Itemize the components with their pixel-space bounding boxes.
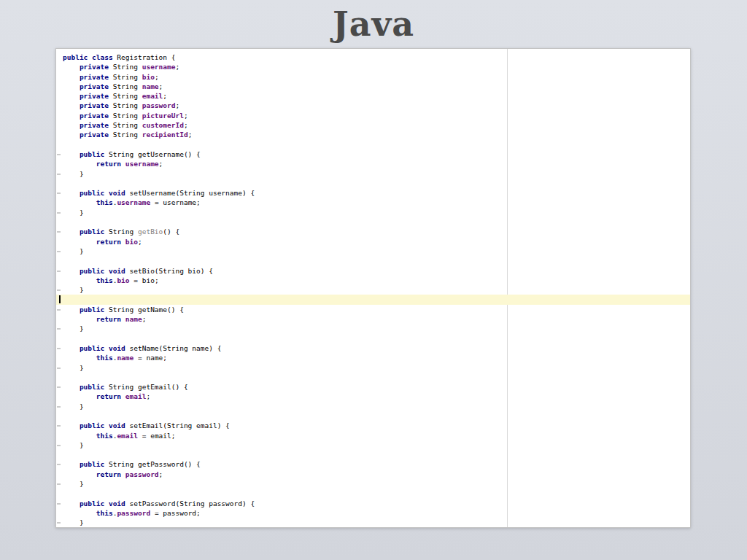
code-token: name [125,315,142,323]
code-token: bio [117,276,129,284]
code-token: public void [80,189,130,197]
code-token [63,344,80,352]
code-line[interactable]: } [56,169,690,179]
code-token: } [63,170,84,178]
code-line[interactable]: return bio; [56,237,690,246]
code-token: String getEmail() { [109,383,188,391]
code-line[interactable] [56,411,690,421]
fold-marker-icon[interactable] [57,309,61,311]
code-editor[interactable]: public class Registration { private Stri… [55,48,691,528]
code-token: private [80,101,113,109]
code-token: ; [175,101,179,109]
code-token: public [80,150,109,158]
code-line[interactable] [56,450,690,459]
fold-marker-icon[interactable] [57,348,61,349]
code-line[interactable] [56,489,690,498]
fold-marker-icon[interactable] [57,425,61,427]
code-line[interactable]: return password; [56,470,690,479]
code-token [63,354,96,362]
code-line[interactable]: this.username = username; [56,198,690,207]
fold-marker-icon[interactable] [57,406,61,408]
code-token: pictureUrl [142,112,184,120]
code-line[interactable]: private String password; [56,101,690,110]
code-line[interactable]: return name; [56,314,690,324]
code-line[interactable]: } [56,479,690,489]
code-line[interactable] [56,179,690,188]
code-line[interactable]: public String getPassword() { [56,459,690,469]
code-line[interactable]: this.password = password; [56,508,690,518]
code-line[interactable]: private String name; [56,82,690,91]
fold-marker-icon[interactable] [57,212,61,214]
code-token: bio [142,73,155,81]
code-line[interactable]: this.email = email; [56,431,690,440]
fold-marker-icon[interactable] [57,522,61,524]
code-token: public [80,460,109,468]
code-line[interactable]: public void setEmail(String email) { [56,421,690,430]
code-token: String [109,228,138,236]
code-token: setBio(String bio) { [130,267,213,275]
code-line[interactable] [56,256,690,265]
fold-marker-icon[interactable] [57,192,61,194]
fold-marker-icon[interactable] [57,483,61,485]
code-line[interactable]: } [56,324,690,333]
fold-marker-icon[interactable] [57,328,61,330]
code-token: private [80,131,113,139]
code-token: password [117,509,150,517]
code-line[interactable]: private String username; [56,62,690,71]
code-line[interactable]: private String email; [56,91,690,101]
fold-marker-icon[interactable] [57,174,61,175]
code-line[interactable] [56,140,690,149]
code-line[interactable] [56,334,690,343]
code-line[interactable]: public void setBio(String bio) { [56,266,690,276]
code-line[interactable] [56,217,690,227]
code-line[interactable]: this.name = name; [56,353,690,362]
fold-marker-icon[interactable] [57,154,61,155]
fold-marker-icon[interactable] [57,231,61,233]
fold-marker-icon[interactable] [57,251,61,252]
code-line[interactable]: } [56,440,690,450]
code-token: name [142,82,159,90]
code-token: setUsername(String username) { [130,189,255,197]
fold-marker-icon[interactable] [57,368,61,369]
code-line[interactable]: public String getBio() { [56,227,690,236]
code-token: } [63,209,84,217]
fold-marker-icon[interactable] [57,503,61,505]
code-line[interactable]: } [56,208,690,217]
code-token [63,276,96,284]
fold-marker-icon[interactable] [57,445,61,446]
fold-marker-icon[interactable] [57,289,61,291]
code-line[interactable]: } [56,246,690,256]
code-line[interactable]: private String pictureUrl; [56,111,690,120]
fold-marker-icon[interactable] [57,464,61,465]
code-line[interactable]: this.bio = bio; [56,276,690,285]
code-token: Registration { [117,53,175,61]
code-line[interactable]: public String getName() { [56,305,690,314]
code-token: public void [80,421,130,429]
code-token [63,392,96,400]
code-line[interactable]: private String customerId; [56,120,690,130]
code-area[interactable]: public class Registration { private Stri… [56,52,690,528]
code-token: password [125,470,159,478]
code-line[interactable]: public void setPassword(String password)… [56,499,690,508]
slide-title: Java [0,4,747,44]
code-line[interactable] [56,373,690,382]
code-line[interactable]: return email; [56,392,690,401]
code-line[interactable]: public void setUsername(String username)… [56,188,690,198]
code-line[interactable]: } [56,363,690,373]
code-line[interactable]: } [56,285,690,295]
fold-marker-icon[interactable] [57,271,61,272]
code-line[interactable]: private String recipientId; [56,130,690,139]
code-line[interactable]: return username; [56,159,690,168]
code-token: this [96,276,113,284]
code-line[interactable]: private String bio; [56,72,690,82]
code-line[interactable]: public class Registration { [56,52,690,62]
code-line[interactable]: public void setName(String name) { [56,343,690,353]
code-token: getBio [138,228,163,236]
code-line[interactable] [56,295,690,304]
code-line[interactable]: public String getEmail() { [56,382,690,392]
code-line[interactable]: } [56,402,690,411]
fold-marker-icon[interactable] [57,386,61,388]
code-line[interactable]: public String getUsername() { [56,149,690,159]
code-line[interactable]: } [56,518,690,527]
code-token [63,499,80,508]
